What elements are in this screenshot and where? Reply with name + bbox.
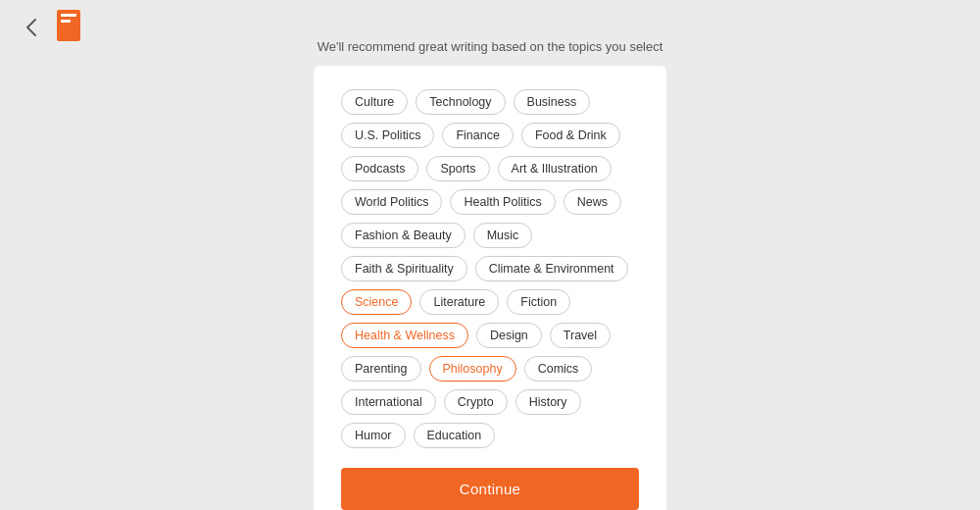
tag-finance[interactable]: Finance (442, 123, 513, 148)
subtitle-text: We'll recommend great writing based on t… (0, 39, 980, 54)
tag-international[interactable]: International (341, 389, 436, 415)
tag-crypto[interactable]: Crypto (444, 389, 508, 415)
svg-rect-2 (61, 20, 71, 23)
tag-literature[interactable]: Literature (419, 289, 499, 315)
tag-business[interactable]: Business (514, 89, 591, 115)
tag-humor[interactable]: Humor (341, 423, 406, 448)
tag-design[interactable]: Design (476, 323, 542, 348)
tag-comics[interactable]: Comics (524, 356, 593, 382)
tag-climate---environment[interactable]: Climate & Environment (475, 256, 628, 281)
tag-food---drink[interactable]: Food & Drink (521, 123, 620, 148)
back-button[interactable] (18, 14, 45, 41)
tags-container: CultureTechnologyBusinessU.S. PoliticsFi… (341, 89, 639, 448)
tag-u-s--politics[interactable]: U.S. Politics (341, 123, 434, 148)
tag-history[interactable]: History (515, 389, 581, 415)
tag-fiction[interactable]: Fiction (507, 289, 570, 315)
tag-podcasts[interactable]: Podcasts (341, 156, 418, 181)
tag-news[interactable]: News (564, 189, 621, 215)
tag-education[interactable]: Education (414, 423, 496, 448)
tag-philosophy[interactable]: Philosophy (429, 356, 516, 382)
svg-rect-1 (61, 14, 76, 17)
tag-culture[interactable]: Culture (341, 89, 408, 115)
tag-sports[interactable]: Sports (426, 156, 489, 181)
tag-technology[interactable]: Technology (416, 89, 505, 115)
tag-travel[interactable]: Travel (550, 323, 611, 348)
continue-button[interactable]: Continue (341, 468, 639, 510)
logo (55, 10, 82, 45)
tag-world-politics[interactable]: World Politics (341, 189, 442, 215)
tag-health---wellness[interactable]: Health & Wellness (341, 323, 468, 348)
topics-card: CultureTechnologyBusinessU.S. PoliticsFi… (314, 66, 666, 510)
tag-parenting[interactable]: Parenting (341, 356, 421, 382)
tag-faith---spirituality[interactable]: Faith & Spirituality (341, 256, 467, 281)
tag-health-politics[interactable]: Health Politics (450, 189, 555, 215)
tag-science[interactable]: Science (341, 289, 412, 315)
tag-music[interactable]: Music (473, 223, 533, 248)
tag-fashion---beauty[interactable]: Fashion & Beauty (341, 223, 466, 248)
tag-art---illustration[interactable]: Art & Illustration (498, 156, 612, 181)
